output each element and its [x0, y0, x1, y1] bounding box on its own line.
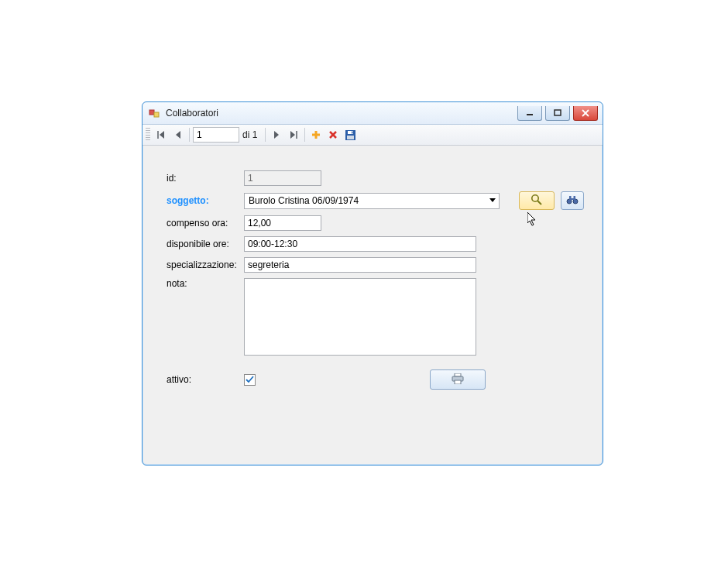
svg-marker-10	[290, 131, 295, 139]
nota-label: nota:	[167, 278, 244, 289]
form: id: soggetto: Burolo Cristina 06/09/1974…	[167, 170, 584, 395]
svg-rect-27	[571, 198, 574, 200]
disponibile-label: disponibile ore:	[167, 239, 244, 249]
svg-rect-18	[347, 136, 354, 139]
binoculars-icon	[566, 194, 579, 208]
svg-rect-19	[352, 131, 353, 133]
toolbar-separator	[189, 128, 190, 142]
nav-first-button[interactable]	[153, 127, 169, 143]
magnifier-icon	[531, 194, 543, 208]
svg-rect-0	[149, 110, 154, 115]
toolbar-separator	[304, 128, 305, 142]
nav-next-button[interactable]	[269, 127, 284, 143]
compenso-label: compenso ora:	[167, 218, 244, 229]
attivo-checkbox[interactable]	[244, 374, 256, 386]
app-icon	[149, 107, 161, 119]
svg-point-21	[532, 194, 538, 201]
print-button[interactable]	[430, 369, 486, 390]
id-field	[244, 170, 321, 186]
svg-rect-1	[154, 112, 159, 117]
minimize-button[interactable]	[517, 106, 542, 121]
add-record-button[interactable]	[308, 127, 324, 143]
lookup-button[interactable]	[519, 191, 555, 210]
soggetto-dropdown[interactable]: Burolo Cristina 06/09/1974	[244, 193, 500, 209]
svg-rect-28	[455, 373, 461, 376]
svg-marker-7	[160, 131, 164, 139]
id-label: id:	[167, 173, 244, 184]
window-title: Collaboratori	[166, 108, 218, 119]
nav-position-input[interactable]	[193, 127, 239, 143]
soggetto-value: Burolo Cristina 06/09/1974	[245, 195, 486, 206]
nota-field[interactable]	[244, 278, 476, 356]
soggetto-label: soggetto:	[167, 195, 244, 206]
svg-line-22	[537, 201, 541, 204]
attivo-label: attivo:	[167, 374, 244, 385]
compenso-field[interactable]	[244, 215, 321, 231]
nav-last-button[interactable]	[286, 127, 301, 143]
navigator-toolbar: di 1	[143, 125, 603, 146]
nav-total-label: di 1	[241, 129, 262, 140]
nav-prev-button[interactable]	[170, 127, 186, 143]
find-button[interactable]	[561, 191, 584, 210]
chevron-down-icon[interactable]	[486, 194, 499, 208]
specializzazione-label: specializzazione:	[167, 259, 244, 270]
dialog-window: Collaboratori di 1 id: soggetto:	[142, 101, 603, 466]
client-area: id: soggetto: Burolo Cristina 06/09/1974…	[143, 146, 602, 464]
svg-rect-3	[555, 110, 561, 115]
svg-rect-30	[455, 380, 461, 384]
maximize-button[interactable]	[545, 106, 570, 121]
svg-marker-8	[176, 131, 180, 139]
titlebar[interactable]: Collaboratori	[143, 102, 603, 125]
svg-marker-9	[274, 131, 279, 139]
toolbar-separator	[265, 128, 266, 142]
toolbar-grip[interactable]	[146, 128, 150, 142]
close-button[interactable]	[573, 106, 598, 121]
save-record-button[interactable]	[342, 127, 358, 143]
disponibile-field[interactable]	[244, 236, 476, 252]
specializzazione-field[interactable]	[244, 257, 476, 273]
svg-marker-20	[489, 198, 496, 202]
printer-icon	[452, 373, 464, 387]
delete-record-button[interactable]	[325, 127, 341, 143]
